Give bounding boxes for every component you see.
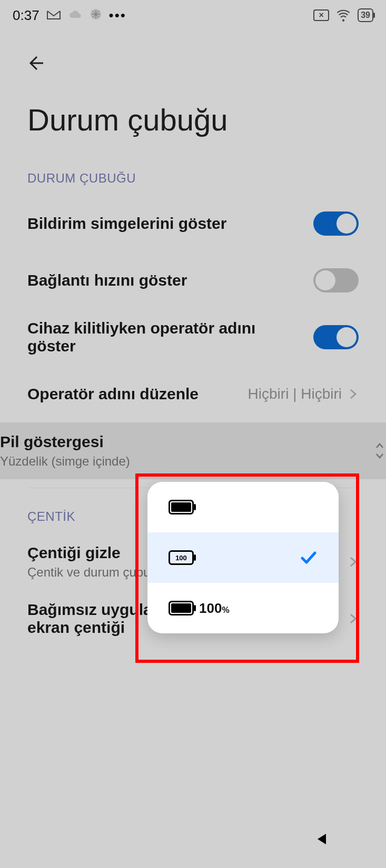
row-show-notification-icons[interactable]: Bildirim simgelerini göster <box>27 195 359 252</box>
row-connection-speed[interactable]: Bağlantı hızını göster <box>27 252 359 309</box>
page-title: Durum çubuğu <box>27 98 359 158</box>
row-label: Çentiği gizle <box>27 544 150 562</box>
toggle-show-icons[interactable] <box>313 211 359 236</box>
more-icon: ••• <box>109 7 126 24</box>
check-icon <box>300 549 318 567</box>
nav-back-button[interactable] <box>309 826 334 852</box>
sim-error-icon: × <box>313 9 329 21</box>
battery-percent-outside-icon: 100% <box>169 600 230 617</box>
navigation-bar <box>0 810 386 868</box>
battery-percent-inside-icon: 100 <box>169 550 194 565</box>
gmail-icon <box>47 7 61 24</box>
wifi-icon <box>336 8 350 22</box>
battery-status-icon: 39 <box>358 8 373 22</box>
status-time: 0:37 <box>13 7 39 24</box>
battery-option-percent-inside[interactable]: 100 <box>147 532 339 583</box>
status-bar: 0:37 ••• × 39 <box>0 0 386 31</box>
nav-home-button[interactable] <box>180 826 205 852</box>
row-label: Cihaz kilitliyken operatör adını göster <box>27 319 259 355</box>
row-sublabel: Yüzdelik (simge içinde) <box>0 454 130 469</box>
updown-icon <box>373 441 386 460</box>
row-edit-carrier[interactable]: Operatör adını düzenle Hiçbiri | Hiçbiri <box>27 366 359 422</box>
battery-full-icon <box>169 500 194 514</box>
nav-recents-button[interactable] <box>52 826 77 852</box>
battery-option-percent-outside[interactable]: 100% <box>147 583 339 633</box>
battery-indicator-popup: 100 100% <box>147 482 339 633</box>
row-label: Pil göstergesi <box>0 433 130 451</box>
row-sublabel: Çentik ve durum çubu <box>27 565 150 580</box>
section-label-status-bar: DURUM ÇUBUĞU <box>27 158 359 195</box>
toggle-carrier-locked[interactable] <box>313 325 359 349</box>
cloud-icon <box>68 7 83 24</box>
carrier-value: Hiçbiri | Hiçbiri <box>248 386 342 402</box>
row-battery-indicator[interactable]: Pil göstergesi Yüzdelik (simge içinde) <box>0 422 386 479</box>
row-label: Bağlantı hızını göster <box>27 271 187 289</box>
battery-option-graphical[interactable] <box>147 482 339 532</box>
toggle-connection-speed[interactable] <box>313 268 359 292</box>
chevron-right-icon <box>347 388 359 400</box>
row-label: Bildirim simgelerini göster <box>27 215 226 233</box>
row-carrier-locked[interactable]: Cihaz kilitliyken operatör adını göster <box>27 309 359 366</box>
back-button[interactable] <box>27 67 51 76</box>
ball-icon <box>90 7 102 24</box>
row-label: Operatör adını düzenle <box>27 385 199 403</box>
